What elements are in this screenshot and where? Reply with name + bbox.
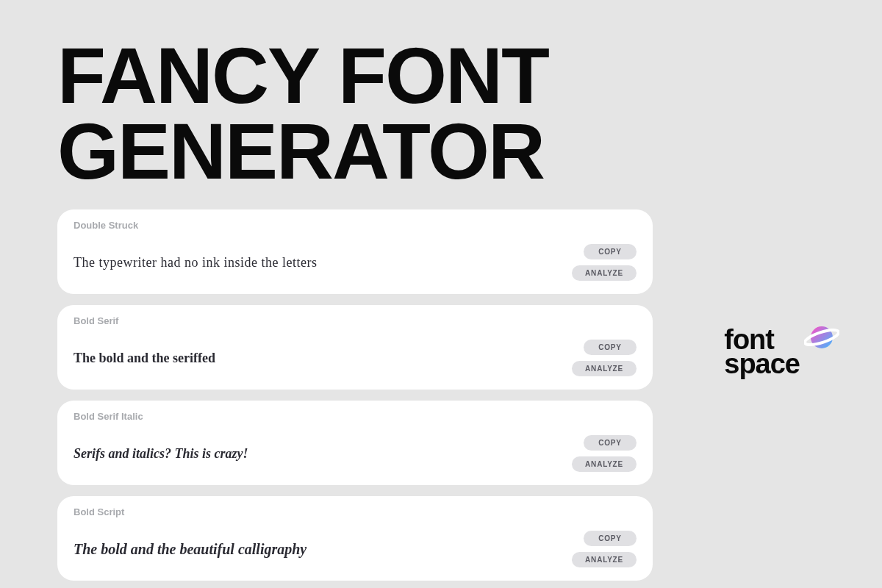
copy-button[interactable]: COPY [584,244,637,259]
copy-button[interactable]: COPY [584,340,637,355]
font-card-bold-serif-italic: Bold Serif Italic Serifs and italics? Th… [57,401,653,485]
font-sample-text: Serifs and italics? This is crazy! [74,446,248,462]
font-card-double-struck: Double Struck The typewriter had no ink … [57,209,653,294]
font-card-bold-script: Bold Script The bold and the beautiful c… [57,496,653,581]
font-cards-list: Double Struck The typewriter had no ink … [57,209,653,581]
page-title: FANCY FONT GENERATOR [0,0,882,189]
analyze-button[interactable]: ANALYZE [572,265,637,281]
brand-wordmark: fontspace [724,328,800,377]
font-style-label: Bold Serif [74,315,637,326]
font-sample-text: The bold and the seriffed [74,351,215,366]
font-style-label: Double Struck [74,220,637,231]
copy-button[interactable]: COPY [584,531,637,546]
font-style-label: Bold Script [74,506,637,517]
font-style-label: Bold Serif Italic [74,411,637,422]
analyze-button[interactable]: ANALYZE [572,552,637,567]
font-card-bold-serif: Bold Serif The bold and the seriffed COP… [57,305,653,390]
analyze-button[interactable]: ANALYZE [572,456,637,472]
brand-logo: fontspace [724,328,839,377]
copy-button[interactable]: COPY [584,435,637,451]
planet-icon [804,320,839,355]
font-sample-text: The bold and the beautiful calligraphy [74,541,306,558]
analyze-button[interactable]: ANALYZE [572,361,637,376]
font-sample-text: The typewriter had no ink inside the let… [74,255,317,270]
